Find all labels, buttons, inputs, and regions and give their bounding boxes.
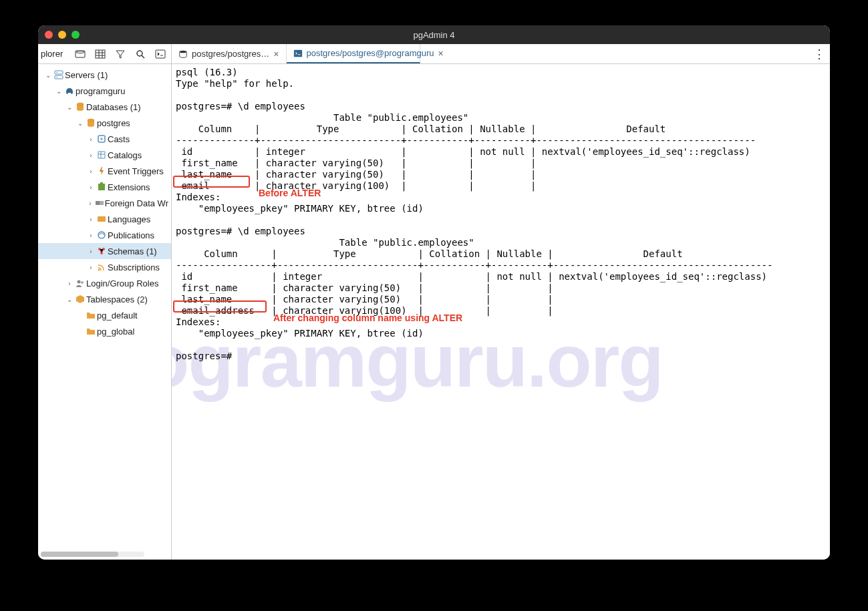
query-tool-icon[interactable] <box>72 46 88 62</box>
tree-item-label: Event Triggers <box>108 166 164 176</box>
svg-rect-20 <box>98 216 106 222</box>
tree-item-label: postgres <box>97 118 130 128</box>
svg-point-3 <box>137 51 142 56</box>
tree-item[interactable]: pg_global <box>38 323 171 339</box>
tree-item[interactable]: ›Languages <box>38 211 171 227</box>
object-explorer: ⌄Servers (1)⌄programguru⌄Databases (1)⌄p… <box>38 64 172 560</box>
pub-icon <box>96 230 108 240</box>
sidebar-header: plorer <box>38 44 172 63</box>
tree-item[interactable]: ⌄postgres <box>38 115 171 131</box>
expand-arrow-icon[interactable]: › <box>86 184 96 191</box>
tree-item-label: Schemas (1) <box>108 246 157 256</box>
tree-item-label: Databases (1) <box>86 102 141 112</box>
svg-rect-17 <box>100 182 103 184</box>
tree-item[interactable]: ⌄Databases (1) <box>38 99 171 115</box>
tree-item-label: pg_default <box>97 311 138 321</box>
svg-rect-8 <box>55 75 63 79</box>
folder-icon <box>85 310 97 321</box>
tree-item[interactable]: ›Schemas (1) <box>38 243 171 259</box>
tree-item[interactable]: ›Login/Group Roles <box>38 275 171 291</box>
tree-item[interactable]: ›Casts <box>38 131 171 147</box>
tree-item[interactable]: ›Extensions <box>38 179 171 195</box>
db-stack-icon <box>85 118 97 128</box>
titlebar: pgAdmin 4 <box>38 25 830 44</box>
extension-icon <box>96 182 108 192</box>
tab-query[interactable]: postgres/postgres… × <box>172 44 287 63</box>
svg-point-25 <box>98 269 100 271</box>
server-icon <box>53 69 65 80</box>
view-data-icon[interactable] <box>92 46 108 62</box>
expand-arrow-icon[interactable]: › <box>86 168 96 175</box>
trigger-icon <box>96 166 108 176</box>
psql-panel[interactable]: programguru.org psql (16.3) Type "help" … <box>172 64 830 560</box>
schema-icon <box>96 246 108 256</box>
svg-rect-18 <box>96 201 100 205</box>
svg-point-5 <box>180 50 187 53</box>
tab-bar: postgres/postgres… × postgres/postgres@p… <box>172 44 809 63</box>
tree-item-label: Extensions <box>108 182 150 192</box>
tree: ⌄Servers (1)⌄programguru⌄Databases (1)⌄p… <box>38 64 171 342</box>
tree-item[interactable]: ⌄Tablespaces (2) <box>38 291 171 307</box>
expand-arrow-icon[interactable]: ⌄ <box>65 104 74 111</box>
tree-item[interactable]: pg_default <box>38 307 171 323</box>
expand-arrow-icon[interactable]: › <box>86 216 96 223</box>
expand-arrow-icon[interactable]: › <box>86 264 96 271</box>
toolbar: plorer postgres/postgres… × <box>38 44 830 64</box>
highlight-box-before <box>173 176 250 188</box>
expand-arrow-icon[interactable]: ⌄ <box>43 71 53 79</box>
fdw-icon <box>94 198 105 208</box>
tab-label: postgres/postgres@programguru <box>307 48 434 58</box>
expand-arrow-icon[interactable]: › <box>86 248 96 255</box>
tree-item-label: Languages <box>108 214 150 224</box>
close-icon[interactable]: × <box>273 49 279 59</box>
tree-item[interactable]: ›Subscriptions <box>38 259 171 275</box>
tree-item-label: Servers (1) <box>65 70 108 80</box>
tree-item[interactable]: ›Event Triggers <box>38 163 171 179</box>
tree-item-label: Subscriptions <box>108 262 160 272</box>
tree-item[interactable]: ⌄programguru <box>38 83 171 99</box>
tree-item[interactable]: ›Catalogs <box>38 147 171 163</box>
annotation-after: After changing column name using ALTER <box>273 313 462 323</box>
expand-arrow-icon[interactable]: ⌄ <box>65 296 74 303</box>
expand-arrow-icon[interactable]: ⌄ <box>76 120 85 127</box>
folder-icon <box>85 326 97 337</box>
cast-icon <box>96 134 108 144</box>
svg-rect-0 <box>76 51 85 57</box>
svg-point-9 <box>56 72 57 73</box>
close-icon[interactable]: × <box>438 48 444 59</box>
horizontal-scrollbar[interactable] <box>41 552 144 557</box>
psql-tool-icon[interactable] <box>152 46 168 62</box>
main-body: ⌄Servers (1)⌄programguru⌄Databases (1)⌄p… <box>38 64 830 560</box>
sidebar-title: plorer <box>41 49 63 59</box>
app-window: pgAdmin 4 plorer postgr <box>38 25 830 560</box>
tree-item[interactable]: ⌄Servers (1) <box>38 67 171 83</box>
svg-point-1 <box>76 51 84 53</box>
svg-rect-2 <box>96 50 105 58</box>
tree-item[interactable]: ›Foreign Data Wr <box>38 195 171 211</box>
tree-item-label: programguru <box>76 86 125 96</box>
svg-rect-19 <box>100 201 104 205</box>
expand-arrow-icon[interactable]: › <box>86 232 96 239</box>
lang-icon <box>96 214 108 224</box>
kebab-menu-icon[interactable]: ⋮ <box>809 44 830 63</box>
sub-icon <box>96 262 108 272</box>
tab-psql[interactable]: postgres/postgres@programguru × <box>287 44 420 63</box>
expand-arrow-icon[interactable]: › <box>65 280 74 287</box>
expand-arrow-icon[interactable]: › <box>86 200 94 207</box>
tree-item-label: Foreign Data Wr <box>105 198 168 208</box>
elephant-icon <box>63 85 76 96</box>
tree-item-label: Publications <box>108 230 154 240</box>
tree-item-label: Tablespaces (2) <box>86 294 148 304</box>
expand-arrow-icon[interactable]: › <box>86 152 96 159</box>
roles-icon <box>74 278 86 288</box>
filter-icon[interactable] <box>112 46 128 62</box>
expand-arrow-icon[interactable]: › <box>86 136 96 143</box>
tab-label: postgres/postgres… <box>192 49 269 59</box>
tree-item[interactable]: ›Publications <box>38 227 171 243</box>
psql-output: psql (16.3) Type "help" for help. postgr… <box>172 64 830 365</box>
svg-rect-6 <box>293 49 301 57</box>
expand-arrow-icon[interactable]: ⌄ <box>54 87 63 95</box>
tablespace-icon <box>74 294 86 304</box>
search-icon[interactable] <box>132 46 148 62</box>
tree-item-label: Casts <box>108 134 130 144</box>
